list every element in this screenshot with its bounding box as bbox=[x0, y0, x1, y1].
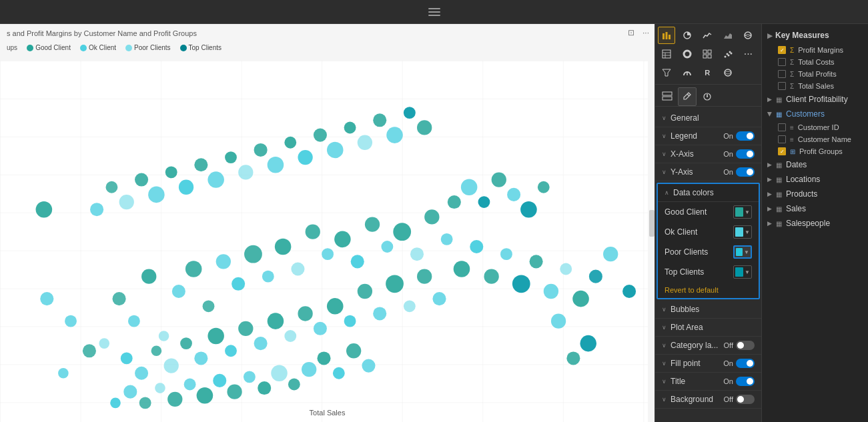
format-section-xaxis[interactable]: ∨ X-Axis On bbox=[655, 145, 761, 163]
svg-point-142 bbox=[727, 55, 729, 57]
format-scroll-area[interactable]: ∨ General ∨ Legend On bbox=[655, 107, 761, 422]
svg-point-10 bbox=[58, 368, 69, 379]
field-group-sales[interactable]: ▶ ▦ Sales bbox=[762, 201, 868, 216]
chart-resize-handle[interactable] bbox=[649, 210, 655, 237]
fields-tab[interactable] bbox=[658, 87, 677, 106]
field-group-salespeople[interactable]: ▶ ▦ Salespeople bbox=[762, 216, 868, 231]
globe-visual-icon[interactable] bbox=[719, 64, 737, 81]
format-section-plot-area[interactable]: ∨ Plot Area bbox=[655, 319, 761, 337]
line-chart-visual-icon[interactable] bbox=[699, 27, 716, 44]
legend-toggle[interactable]: On bbox=[723, 131, 755, 141]
legend-section-label: Legend bbox=[671, 131, 697, 141]
xaxis-chevron: ∨ bbox=[662, 151, 667, 157]
svg-point-20 bbox=[203, 300, 215, 312]
fill-point-toggle[interactable]: On bbox=[723, 359, 755, 368]
svg-point-67 bbox=[417, 269, 432, 284]
field-profit-margins[interactable]: Σ Profit Margins bbox=[762, 44, 868, 56]
format-section-bubbles[interactable]: ∨ Bubbles bbox=[655, 301, 761, 319]
format-section-title[interactable]: ∨ Title On bbox=[655, 373, 761, 391]
profit-groups-field-label: Profit Groups bbox=[799, 147, 843, 155]
title-toggle[interactable]: On bbox=[723, 377, 755, 386]
profit-groups-checkbox[interactable] bbox=[778, 147, 786, 155]
scatter-plot: $20K $30K $40K $50K $60K $70K $80K $90K bbox=[0, 61, 648, 422]
format-section-legend[interactable]: ∨ Legend On bbox=[655, 127, 761, 145]
customer-id-checkbox[interactable] bbox=[778, 123, 786, 131]
funnel-visual-icon[interactable] bbox=[658, 64, 675, 81]
background-toggle[interactable]: Off bbox=[724, 395, 755, 404]
bar-chart-visual-icon[interactable] bbox=[658, 27, 675, 44]
yaxis-chevron: ∨ bbox=[662, 169, 667, 175]
revert-to-default-link[interactable]: Revert to default bbox=[658, 282, 759, 298]
background-toggle-track[interactable] bbox=[736, 395, 755, 404]
bubbles-chevron: ∨ bbox=[662, 306, 667, 313]
xaxis-toggle[interactable]: On bbox=[723, 149, 755, 159]
more-visuals-icon[interactable]: ··· bbox=[739, 45, 757, 63]
data-colors-header[interactable]: ∧ Data colors bbox=[658, 184, 759, 202]
r-script-visual-icon[interactable]: R bbox=[699, 64, 716, 81]
legend-toggle-track[interactable] bbox=[736, 131, 755, 141]
legend-poor-clients-dot bbox=[125, 45, 132, 51]
poor-clients-color-picker[interactable]: ▼ bbox=[733, 245, 752, 259]
fields-scroll-area[interactable]: ▶ Key Measures Σ Profit Margins Σ Total … bbox=[762, 24, 868, 422]
yaxis-toggle-track[interactable] bbox=[736, 167, 755, 177]
area-chart-visual-icon[interactable] bbox=[719, 27, 737, 44]
legend-good-client-dot bbox=[27, 45, 33, 51]
total-costs-checkbox[interactable] bbox=[778, 58, 786, 66]
field-group-products[interactable]: ▶ ▦ Products bbox=[762, 187, 868, 201]
svg-point-81 bbox=[288, 379, 300, 391]
top-clients-color-swatch bbox=[735, 267, 743, 277]
more-options-button[interactable]: ··· bbox=[640, 27, 652, 39]
format-section-yaxis[interactable]: ∨ Y-Axis On bbox=[655, 163, 761, 181]
pie-chart-visual-icon[interactable] bbox=[679, 27, 696, 44]
svg-point-11 bbox=[83, 344, 96, 357]
customer-name-checkbox[interactable] bbox=[778, 135, 786, 143]
category-labels-toggle[interactable]: Off bbox=[724, 341, 755, 350]
hamburger-menu-icon[interactable] bbox=[428, 8, 440, 16]
gauge-visual-icon[interactable] bbox=[679, 64, 696, 81]
plot-area-chevron: ∨ bbox=[662, 324, 667, 331]
format-section-fill-point[interactable]: ∨ Fill point On bbox=[655, 355, 761, 373]
profit-margins-checkbox[interactable] bbox=[778, 46, 786, 54]
total-sales-field-label: Total Sales bbox=[798, 82, 834, 90]
map-visual-icon[interactable] bbox=[739, 27, 757, 44]
fill-point-toggle-track[interactable] bbox=[736, 359, 755, 368]
focus-mode-button[interactable]: ⊡ bbox=[625, 27, 637, 39]
field-total-costs[interactable]: Σ Total Costs bbox=[762, 56, 868, 68]
svg-point-118 bbox=[538, 181, 550, 193]
category-labels-label: Category la... bbox=[671, 341, 718, 350]
salespeople-label: Salespeople bbox=[786, 219, 830, 228]
xaxis-toggle-track[interactable] bbox=[736, 149, 755, 159]
format-section-background[interactable]: ∨ Background Off bbox=[655, 391, 761, 409]
format-section-category-labels[interactable]: ∨ Category la... Off bbox=[655, 337, 761, 355]
main-area: s and Profit Margins by Customer Name an… bbox=[0, 24, 868, 422]
yaxis-toggle[interactable]: On bbox=[723, 167, 755, 177]
field-group-customers[interactable]: ▶ ▦ Customers bbox=[762, 107, 868, 121]
donut-chart-visual-icon[interactable] bbox=[679, 45, 696, 63]
field-total-profits[interactable]: Σ Total Profits bbox=[762, 68, 868, 80]
field-group-client-profitability[interactable]: ▶ ▦ Client Profitability bbox=[762, 92, 868, 107]
total-sales-checkbox[interactable] bbox=[778, 82, 786, 90]
category-labels-toggle-track[interactable] bbox=[736, 341, 755, 350]
client-profitability-expand-icon: ▶ bbox=[767, 96, 772, 103]
svg-rect-148 bbox=[663, 97, 672, 100]
good-client-color-picker[interactable]: ▼ bbox=[733, 205, 752, 219]
field-group-dates[interactable]: ▶ ▦ Dates bbox=[762, 157, 868, 172]
field-total-sales[interactable]: Σ Total Sales bbox=[762, 80, 868, 92]
ok-client-color-picker[interactable]: ▼ bbox=[733, 225, 752, 239]
field-profit-groups[interactable]: ⊞ Profit Groups bbox=[762, 145, 868, 157]
field-customer-name[interactable]: ≡ Customer Name bbox=[762, 133, 868, 145]
field-group-locations[interactable]: ▶ ▦ Locations bbox=[762, 172, 868, 187]
svg-marker-128 bbox=[724, 33, 732, 39]
top-toolbar bbox=[0, 0, 868, 24]
svg-point-25 bbox=[275, 239, 292, 255]
format-paintbrush-tab[interactable] bbox=[678, 87, 697, 106]
analytics-tab[interactable] bbox=[698, 87, 717, 106]
scatter-visual-icon[interactable] bbox=[719, 45, 737, 63]
matrix-visual-icon[interactable] bbox=[699, 45, 716, 63]
table-visual-icon[interactable] bbox=[658, 45, 675, 63]
format-section-general[interactable]: ∨ General bbox=[655, 109, 761, 127]
title-toggle-track[interactable] bbox=[736, 377, 755, 386]
total-profits-checkbox[interactable] bbox=[778, 70, 786, 78]
field-customer-id[interactable]: ≡ Customer ID bbox=[762, 121, 868, 133]
top-clients-color-picker[interactable]: ▼ bbox=[733, 265, 752, 279]
